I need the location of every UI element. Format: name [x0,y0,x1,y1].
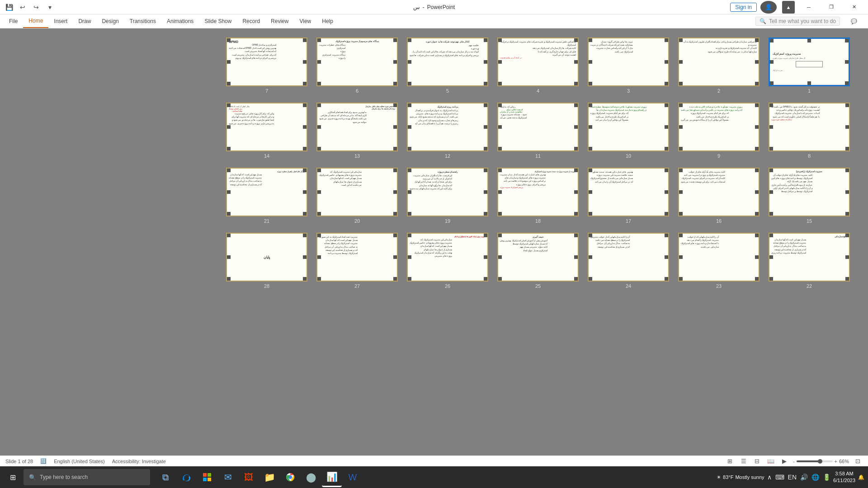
slide-item-19[interactable]: راهنمای سطره پروژه این فرصت ها را به آقر… [407,168,488,224]
save-button[interactable]: 💾 [4,2,14,13]
start-button[interactable]: ⊞ [4,468,22,486]
slide-thumb-24[interactable]: آن را کلیه سازمانهایی که از جوانب مدیریت… [588,233,669,282]
tab-view[interactable]: View [294,14,316,28]
taskbar-app-edge[interactable] [176,467,196,487]
taskbar-app-photos[interactable]: 🖼 [239,467,259,487]
slide-thumb-7[interactable]: OPMD استراتژی و ساختار OPMDبهترین روش ای… [226,38,307,86]
battery-icon[interactable]: 🔋 [823,474,830,481]
ribbon-comments-button[interactable]: 💬 [844,14,864,28]
slide-item-1[interactable]: مدیریت پروژه استراتژیک (از منظر طرح سازم… [769,38,850,94]
slide-thumb-11[interactable]: رمانی که به اینجا فرصت هایی برایمقاومت ش… [497,103,579,151]
slide-item-6[interactable]: دیدگاه های مرسوم از مدیریت پروژه استراتژ… [316,38,398,94]
slide-item-10[interactable]: پروری مدیریت مشاوره: بلاخره دو شاخه متوس… [588,103,669,159]
slide-item-24[interactable]: آن را کلیه سازمانهایی که از جوانب مدیریت… [588,233,669,289]
outline-view-button[interactable]: ☰ [739,456,749,466]
slide-item-27[interactable]: مدیریت تعدد ایجاد استراتژیک به این صورتب… [316,233,398,289]
slide-thumb-23[interactable]: آن را کلیه سازمانهایی که از جوانبمدیریت … [678,233,760,282]
tab-transitions[interactable]: Transitions [124,14,161,28]
accessibility[interactable]: Accessibility: Investigate [112,459,166,464]
slide-item-26[interactable]: تجویت موثر ایجاد کانون ها (تشکیل) و ادغا… [407,233,488,289]
slide-item-16[interactable]: کلیه مدیریت های یک آرایه های از جوانبمدی… [678,168,760,224]
zoom-level[interactable]: 66% [839,459,849,464]
taskbar-app-powerpoint[interactable]: 📊 [322,467,342,487]
slide-thumb-2[interactable]: در سراسر سازمان طراحی بسیار زیادی برای ا… [678,38,760,86]
slide-thumb-6[interactable]: دیدگاه های مرسوم از مدیریت پروژه استراتژ… [316,38,398,86]
fit-slide-button[interactable]: ⊡ [853,456,863,466]
redo-button[interactable]: ↪ [31,2,42,13]
reading-view-button[interactable]: 📖 [766,456,776,466]
language-indicator[interactable]: EN [788,474,797,481]
volume-icon[interactable]: 🔊 [800,474,808,481]
sign-in-button[interactable]: Sign in [730,3,757,12]
slide-item-12[interactable]: برنامه ریزی استراتژیک برنامه استراتژیک ب… [407,103,488,159]
tab-file[interactable]: File [4,14,23,28]
slide-thumb-26[interactable]: تجویت موثر ایجاد کانون ها (تشکیل) و ادغا… [407,233,488,282]
slide-item-7[interactable]: OPMD استراتژی و ساختار OPMDبهترین روش ای… [226,38,307,94]
user-avatar[interactable]: 👤 [760,1,777,14]
ribbon-search[interactable]: 🔍 Tell me what you want to do [755,17,840,26]
slide-thumb-22[interactable]: نتایج سازمانی بسیار مهم این است که آنها … [769,233,850,282]
slide-item-5[interactable]: کانال های مهم توجه شرکت ها به عنوان حوزه… [407,38,488,94]
zoom-out-button[interactable]: - [793,459,795,464]
slide-sorter-button[interactable]: ⊟ [752,456,762,466]
slide-thumb-4[interactable]: بر اساس دانش مدیریت استراتژیک و تجربه شر… [497,38,579,86]
slide-thumb-12[interactable]: برنامه ریزی استراتژیک برنامه استراتژیک ب… [407,103,488,151]
slideshow-view-button[interactable]: ▶ [779,456,789,466]
taskbar-app-explorer[interactable]: 📁 [259,467,279,487]
spellcheck-icon[interactable]: 🔠 [40,458,47,464]
slide-item-9[interactable]: پروری مدیریت مشاوره، بلاخره دو شاخه الات… [678,103,760,159]
slide-thumb-20[interactable]: سازمانی این مدیریت استراتژیک کهمدیریت پر… [316,168,398,216]
slide-thumb-1[interactable]: مدیریت پروژه استراتژیک (از منظر طرح سازم… [769,38,850,86]
tab-home[interactable]: Home [23,14,48,28]
taskbar-app-mail[interactable]: ✉ [218,467,238,487]
tab-review[interactable]: Review [265,14,294,28]
slide-item-18[interactable]: مدیریت از مدیریت پروژه به سمت مدیریه پرو… [497,168,579,224]
taskbar-app-chrome[interactable] [280,467,300,487]
slide-item-28[interactable]: پایان 28 [226,233,307,289]
keyboard-icon[interactable]: ⌨ [775,474,784,481]
taskbar-clock[interactable]: 3:58 AM 6/11/2023 [833,470,855,484]
ribbon-display-button[interactable]: ▲ [782,1,795,14]
tab-design[interactable]: Design [96,14,124,28]
slide-thumb-19[interactable]: راهنمای سطره پروژه این فرصت ها را به آقر… [407,168,488,216]
normal-view-button[interactable]: ⊞ [725,456,735,466]
slide-item-4[interactable]: بر اساس دانش مدیریت استراتژیک و تجربه شر… [497,38,579,94]
tab-draw[interactable]: Draw [73,14,96,28]
slide-thumb-3[interactable]: مزیت ها و این طراحی گروه ممتاز.مشارکت هم… [588,38,669,86]
slide-thumb-25[interactable]: نتیجه گیری آموزش پیش از آموزش اصلی استرا… [497,233,579,282]
taskbar-app-word[interactable]: W [343,467,363,487]
slide-item-11[interactable]: رمانی که به اینجا فرصت هایی برایمقاومت ش… [497,103,579,159]
chevron-up-icon[interactable]: ∧ [767,474,772,481]
slide-thumb-13[interactable]: تشخیص حوزه فعالیت های داخلی سازمانترجه ه… [316,103,398,151]
slide-item-21[interactable]: ویژگی های اصلی راهبران سطره پروژه بسیار … [226,168,307,224]
network-icon[interactable]: 🌐 [811,474,819,481]
taskbar-weather[interactable]: ☀ 83°F Mostly sunny [717,474,764,480]
slide-thumb-18[interactable]: مدیریت از مدیریت پروژه به سمت مدیریه پرو… [497,168,579,216]
tab-slideshow[interactable]: Slide Show [199,14,237,28]
customize-button[interactable]: ▾ [44,2,55,13]
slide-thumb-15[interactable]: مدیریت استراتژیک (راهبردی) کلیه مدیریت ه… [769,168,850,216]
slide-grid[interactable]: مدیریت پروژه استراتژیک (از منظر طرح سازم… [0,28,868,455]
slide-thumb-28[interactable]: پایان [226,233,307,282]
slide-thumb-17[interactable]: بهترین های عبارت این هستند: سنت مشاورنتی… [588,168,669,216]
slide-thumb-8[interactable]: در هیچوقت به کل گفته شود، با OPMD3 می با… [769,103,850,151]
slide-item-20[interactable]: سازمانی این مدیریت استراتژیک کهمدیریت پر… [316,168,398,224]
slide-thumb-27[interactable]: مدیریت تعدد ایجاد استراتژیک به این صورتب… [316,233,398,282]
tab-insert[interactable]: Insert [48,14,73,28]
language[interactable]: English (United States) [54,459,105,464]
taskbar-app-taskview[interactable]: ⧉ [156,467,175,487]
zoom-in-button[interactable]: + [835,459,837,464]
zoom-control[interactable]: - + 66% [793,459,849,464]
slide-thumb-21[interactable]: ویژگی های اصلی راهبران سطره پروژه بسیار … [226,168,307,216]
minimize-button[interactable]: ─ [798,0,819,14]
tab-animations[interactable]: Animations [161,14,199,28]
slide-item-15[interactable]: مدیریت استراتژیک (راهبردی) کلیه مدیریت ه… [769,168,850,224]
slide-item-25[interactable]: نتیجه گیری آموزش پیش از آموزش اصلی استرا… [497,233,579,289]
undo-button[interactable]: ↩ [17,2,28,13]
zoom-slider[interactable] [797,460,833,462]
slide-item-23[interactable]: آن را کلیه سازمانهایی که از جوانبمدیریت … [678,233,760,289]
slide-thumb-5[interactable]: کانال های مهم توجه شرکت ها به عنوان حوزه… [407,38,488,86]
slide-item-14[interactable]: مثال اصلی آن است که بلاخره زمن انتصابی ت… [226,103,307,159]
slide-item-8[interactable]: در هیچوقت به کل گفته شود، با OPMD3 می با… [769,103,850,159]
slide-item-22[interactable]: نتایج سازمانی بسیار مهم این است که آنها … [769,233,850,289]
